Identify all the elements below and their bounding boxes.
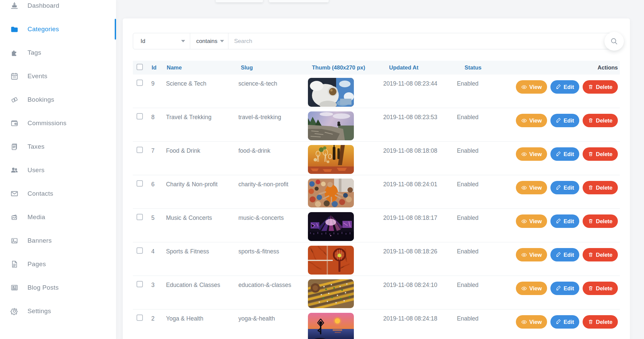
sidebar-item-dashboard[interactable]: Dashboard [0, 0, 116, 17]
row-updated-at: 2019-11-08 08:24:18 [383, 309, 457, 322]
delete-button[interactable]: Delete [583, 248, 618, 261]
sidebar-item-bookings[interactable]: Bookings [0, 88, 116, 111]
search-button[interactable] [604, 32, 624, 51]
categories-table: Id Name Slug Thumb (480x270 px) Updated … [133, 61, 620, 339]
edit-button[interactable]: Edit [550, 214, 579, 228]
view-button-label: View [529, 286, 542, 291]
delete-button[interactable]: Delete [583, 181, 618, 194]
filter-field-select[interactable]: Id [133, 33, 190, 49]
categories-card: Id contains Id Na [123, 18, 630, 339]
delete-button[interactable]: Delete [583, 214, 618, 228]
delete-button-label: Delete [596, 252, 612, 258]
row-slug: music-&-concerts [238, 209, 308, 222]
view-button[interactable]: View [516, 282, 547, 295]
header-updated: Updated At [389, 64, 465, 71]
thumbnail-image [308, 179, 354, 207]
row-checkbox[interactable] [137, 247, 143, 254]
row-name: Sports & Fitness [166, 242, 238, 255]
sidebar-item-media[interactable]: Media [0, 205, 116, 229]
row-status: Enabled [457, 108, 516, 121]
row-checkbox[interactable] [137, 80, 143, 86]
ticket-icon [9, 95, 19, 104]
sidebar-item-label: Events [28, 72, 47, 80]
header-slug: Slug [241, 64, 312, 71]
row-checkbox[interactable] [137, 113, 143, 119]
edit-button-label: Edit [564, 185, 574, 191]
cut-off-toolbar-button[interactable] [269, 0, 329, 2]
table-row: 4 Sports & Fitness sports-&-fitness [133, 242, 620, 276]
delete-button[interactable]: Delete [583, 282, 618, 295]
delete-button[interactable]: Delete [583, 147, 618, 161]
row-updated-at: 2019-11-08 08:24:10 [383, 276, 457, 289]
view-button[interactable]: View [516, 147, 547, 161]
sidebar-item-events[interactable]: Events [0, 64, 116, 88]
row-slug: science-&-tech [238, 75, 308, 87]
sidebar-item-label: Banners [28, 237, 52, 244]
sidebar-item-contacts[interactable]: Contacts [0, 182, 116, 205]
filter-operator-select[interactable]: contains [190, 33, 228, 49]
newspaper-icon [9, 283, 19, 292]
sidebar-item-categories[interactable]: Categories [0, 17, 116, 41]
filter-field-value: Id [141, 38, 178, 45]
row-slug: charity-&-non-profit [238, 175, 308, 188]
edit-button[interactable]: Edit [550, 282, 579, 295]
edit-button[interactable]: Edit [550, 80, 579, 94]
trash-icon [588, 84, 593, 90]
view-button[interactable]: View [516, 114, 547, 127]
edit-button[interactable]: Edit [550, 147, 579, 161]
trash-icon [588, 252, 593, 257]
row-checkbox[interactable] [137, 147, 143, 153]
view-button[interactable]: View [516, 214, 547, 228]
header-id: Id [152, 64, 167, 71]
row-slug: yoga-&-health [238, 309, 308, 322]
sidebar-item-tags[interactable]: Tags [0, 41, 116, 64]
delete-button[interactable]: Delete [583, 114, 618, 127]
delete-button-label: Delete [596, 118, 612, 124]
row-checkbox[interactable] [137, 214, 143, 220]
view-button[interactable]: View [516, 181, 547, 194]
edit-button[interactable]: Edit [550, 181, 579, 194]
row-checkbox[interactable] [137, 180, 143, 187]
row-id: 6 [151, 175, 166, 188]
edit-icon [556, 84, 561, 90]
trash-icon [588, 219, 593, 224]
row-checkbox[interactable] [137, 314, 143, 321]
edit-button[interactable]: Edit [550, 114, 579, 127]
row-status: Enabled [457, 142, 516, 154]
delete-button[interactable]: Delete [583, 80, 618, 94]
table-row: 2 Yoga & Health yoga-&-health [133, 309, 620, 339]
sidebar-item-banners[interactable]: Banners [0, 229, 116, 252]
row-id: 8 [151, 108, 166, 121]
cut-off-toolbar-button[interactable] [216, 0, 263, 2]
sidebar-item-settings[interactable]: Settings [0, 299, 116, 323]
thumbnail-image [308, 78, 354, 107]
puzzle-icon [9, 48, 19, 57]
sidebar-item-label: Categories [28, 26, 59, 33]
row-name: Music & Concerts [166, 209, 238, 222]
delete-button-label: Delete [596, 219, 612, 224]
view-button-label: View [529, 118, 542, 124]
select-all-checkbox[interactable] [137, 64, 143, 70]
view-button-label: View [529, 219, 542, 224]
sidebar-item-pages[interactable]: Pages [0, 252, 116, 276]
view-button[interactable]: View [516, 248, 547, 261]
view-button[interactable]: View [516, 80, 547, 94]
delete-button[interactable]: Delete [583, 315, 618, 329]
sidebar-item-users[interactable]: Users [0, 158, 116, 182]
table-body: 9 Science & Tech science-&-tech [133, 75, 620, 339]
sidebar-item-blog-posts[interactable]: Blog Posts [0, 276, 116, 299]
delete-button-label: Delete [596, 151, 612, 157]
sidebar-item-taxes[interactable]: Taxes [0, 135, 116, 158]
row-name: Yoga & Health [166, 309, 238, 322]
eye-icon [521, 185, 527, 191]
search-input[interactable] [228, 33, 620, 49]
delete-button-label: Delete [596, 286, 612, 291]
row-id: 2 [151, 309, 166, 322]
view-button[interactable]: View [516, 315, 547, 329]
edit-button[interactable]: Edit [550, 248, 579, 261]
sidebar-item-commissions[interactable]: Commissions [0, 111, 116, 135]
trash-icon [588, 185, 593, 190]
sidebar-item-label: Contacts [28, 190, 53, 197]
edit-button[interactable]: Edit [550, 315, 579, 329]
row-checkbox[interactable] [137, 281, 143, 287]
